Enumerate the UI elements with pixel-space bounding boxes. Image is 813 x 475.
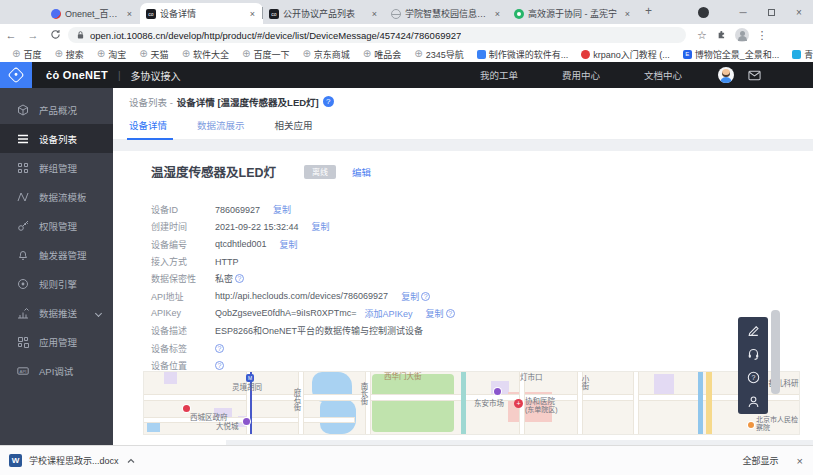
profile-dot-icon[interactable] [698,7,709,18]
detail-tabs: 设备详情 数据流展示 相关应用 [113,115,813,140]
my-tickets-link[interactable]: 我的工单 [480,68,518,82]
menu-dots-icon[interactable]: ⋮ [752,29,772,42]
poi-pin-icon[interactable] [243,418,250,425]
sidebar-item-group-management[interactable]: 群组管理 [0,153,113,182]
browser-tab-3[interactable]: co 公开协议产品列表 × [263,3,385,24]
tab-close-icon[interactable]: × [493,9,502,19]
sidebar-item-api-debug[interactable]: API API调试 [0,356,113,385]
tab-device-detail[interactable]: 设备详情 [129,115,167,140]
tab-close-icon[interactable]: × [623,9,632,19]
sidebar-item-datastream-template[interactable]: 数据流模板 [0,182,113,211]
bookmark-item[interactable]: ⊕软件大全 [182,48,229,61]
bookmark-item[interactable]: ⊕百度 [12,48,41,61]
help-question-icon[interactable]: ? [235,274,244,283]
bookmark-item[interactable]: 制作微课的软件有... [477,48,569,61]
browser-tab-2-active[interactable]: co 设备详情 × [140,3,263,24]
bookmark-item[interactable]: ⊕京东商城 [302,48,349,61]
customer-service-button[interactable] [738,341,768,365]
close-shelf-icon[interactable]: × [797,455,803,467]
copy-link[interactable]: 复制 [426,307,444,320]
bookmark-item[interactable]: ⊕唯品会 [363,48,401,61]
sidebar-item-permission-management[interactable]: 权限管理 [0,211,113,240]
help-question-icon[interactable]: ? [446,309,455,318]
profile-avatar-icon[interactable] [735,28,749,42]
browser-tab-1[interactable]: Onenet_百度搜索 × [45,3,140,24]
push-chart-icon [17,307,29,319]
add-apikey-link[interactable]: 添加APIKey [365,307,413,320]
show-all-downloads-button[interactable]: 全部显示 [743,454,779,467]
app-menu-logo-square[interactable] [0,62,32,88]
copy-link[interactable]: 复制 [312,220,330,233]
tab-close-icon[interactable]: × [370,9,379,19]
page-scrollbar-thumb[interactable] [771,310,780,394]
browser-window: Onenet_百度搜索 × co 设备详情 × co 公开协议产品列表 × 学院… [0,0,813,475]
breadcrumb-parent[interactable]: 设备列表 - [129,95,173,109]
bookmark-item[interactable]: ⊕淘宝 [97,48,126,61]
tab-close-icon[interactable]: × [125,9,134,19]
back-button[interactable]: ← [0,29,22,41]
copy-link[interactable]: 复制 [273,203,291,216]
hospital-cross-icon[interactable]: + [514,399,523,408]
tab-related-apps[interactable]: 相关应用 [275,115,313,140]
krpano-icon [581,50,590,59]
messages-envelope-icon[interactable] [748,70,761,81]
bookmark-item[interactable]: ⊕搜索 [54,48,83,61]
download-item[interactable]: W 学校课程思政示...docx [9,454,135,467]
refresh-button[interactable] [44,29,66,42]
edit-link[interactable]: 编辑 [352,165,371,179]
maximize-button[interactable] [757,7,785,18]
pano-icon: E [683,50,692,59]
sidebar-item-app-management[interactable]: 应用管理 [0,327,113,356]
docs-center-link[interactable]: 文档中心 [644,68,682,82]
user-avatar[interactable] [718,67,734,83]
bookmark-item[interactable]: ⊕百度一下 [242,48,289,61]
sidebar-item-rule-engine[interactable]: 规则引擎 [0,269,113,298]
minimize-button[interactable]: ─ [729,7,757,18]
help-button[interactable]: ? [738,365,768,389]
poi-pin-icon[interactable] [494,388,501,395]
bookmark-item[interactable]: E博物馆全景_全景和... [683,48,780,61]
extensions-puzzle-icon[interactable] [712,29,732,41]
browser-tab-5[interactable]: 高效源于协同 - 孟宪宁 × [508,3,638,24]
address-bar[interactable]: open.iot.10086.cn/develop/http/product/#… [68,27,686,43]
poi-pin-icon[interactable] [183,405,190,412]
floating-action-bar: ? [738,317,768,414]
copy-link[interactable]: 复制 [280,238,298,251]
help-question-icon[interactable]: ? [421,292,430,301]
poi-pin-icon[interactable] [748,422,754,428]
sidebar-item-trigger-management[interactable]: 触发器管理 [0,240,113,269]
sidebar-item-device-list[interactable]: 设备列表 [0,124,113,153]
field-row-access-protocol: 接入方式 HTTP [151,253,455,270]
bookmark-item[interactable]: ⊕2345导航 [414,48,463,61]
brand-logo[interactable]: ċȯ OneNET [46,69,108,81]
map-label: 西城区政府 [190,414,228,422]
bookmark-star-icon[interactable]: ☆ [692,29,712,42]
device-location-map[interactable]: M 灵境胡同 西城区政府 大悦城 府右街 南长街 西华门大街 东安市场 + 协和… [143,371,800,435]
billing-center-link[interactable]: 费用中心 [562,68,600,82]
bookmark-item[interactable]: krpano入门教程 (... [581,48,670,61]
map-label: 府右街 [292,388,300,411]
copy-link[interactable]: 复制 [401,290,419,303]
survey-person-button[interactable] [738,389,768,413]
new-tab-button[interactable]: + [645,4,652,18]
tab-close-icon[interactable]: × [248,9,257,19]
feedback-pencil-button[interactable] [738,317,768,341]
forward-button[interactable]: → [22,29,44,41]
sidebar-item-product-overview[interactable]: 产品概况 [0,95,113,124]
globe-icon: ⊕ [302,49,310,59]
metro-station-icon[interactable]: M [246,374,254,382]
sidebar-item-data-push[interactable]: 数据推送 [0,298,113,327]
bookmark-item[interactable]: ⊕天猫 [139,48,168,61]
chevron-up-icon[interactable] [127,458,135,464]
browser-tab-4[interactable]: 学院智慧校园信息门户 × [385,3,508,24]
map-label: 小街 [580,375,588,390]
product-switcher[interactable]: 多协议接入 [131,68,181,83]
tab-datastream-display[interactable]: 数据流展示 [197,115,245,140]
help-question-icon[interactable]: ? [215,361,224,370]
close-button[interactable]: × [785,7,813,18]
list-icon [17,133,29,145]
help-question-icon[interactable]: ? [323,96,334,107]
help-question-icon[interactable]: ? [215,344,224,353]
bookmark-item[interactable]: 青岛阿姨的个人空... [792,48,813,61]
globe-icon: ⊕ [363,49,371,59]
